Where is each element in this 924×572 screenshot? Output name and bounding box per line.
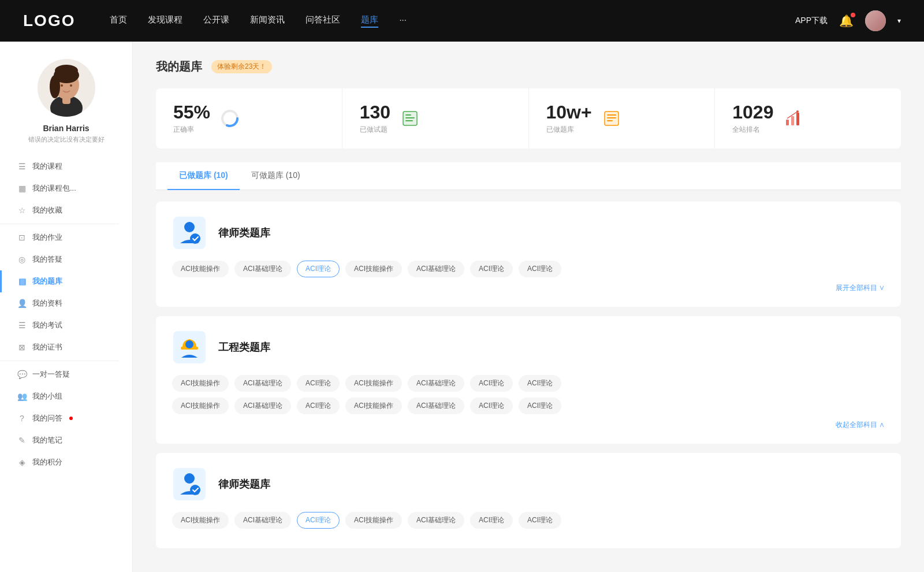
svg-point-32 — [184, 473, 195, 484]
favorites-icon: ☆ — [17, 206, 27, 215]
nav-home[interactable]: 首页 — [110, 14, 127, 28]
avatar[interactable] — [865, 10, 886, 31]
unread-dot — [69, 417, 73, 420]
sidebar-item-points[interactable]: ◈ 我的积分 — [0, 451, 132, 473]
lawyer-icon-2 — [172, 467, 207, 502]
sidebar-label: 一对一答疑 — [32, 369, 70, 380]
tag[interactable]: ACI基础理论 — [408, 375, 464, 392]
sidebar-item-notes[interactable]: ✎ 我的笔记 — [0, 429, 132, 451]
accuracy-icon — [219, 108, 240, 129]
svg-rect-31 — [173, 468, 206, 500]
sidebar-item-profile[interactable]: 👤 我的资料 — [0, 292, 132, 314]
sidebar-item-course-package[interactable]: ▦ 我的课程包... — [0, 177, 132, 199]
avatar-svg — [38, 59, 95, 117]
questions-done-value: 130 — [360, 102, 390, 122]
course-package-icon: ▦ — [17, 184, 27, 193]
tag[interactable]: ACI基础理论 — [408, 398, 464, 414]
sidebar-item-homework[interactable]: ⊡ 我的作业 — [0, 226, 132, 248]
nav-open[interactable]: 公开课 — [203, 14, 229, 28]
sidebar-motto: 错误的决定比没有决定要好 — [28, 135, 105, 144]
tag[interactable]: ACI理论 — [519, 375, 561, 392]
tab-available-banks[interactable]: 可做题库 (10) — [240, 162, 312, 190]
nav-courses[interactable]: 发现课程 — [148, 14, 182, 28]
tag-selected[interactable]: ACI理论 — [297, 261, 340, 277]
nav-news[interactable]: 新闻资讯 — [250, 14, 285, 28]
ranking-icon — [783, 108, 803, 129]
stat-ranking: 1029 全站排名 — [715, 88, 901, 148]
tag[interactable]: ACI基础理论 — [408, 512, 464, 529]
tag[interactable]: ACI技能操作 — [172, 512, 229, 529]
tag[interactable]: ACI理论 — [470, 375, 513, 392]
tag[interactable]: ACI基础理论 — [408, 261, 464, 277]
svg-point-6 — [55, 65, 78, 76]
sidebar: Brian Harris 错误的决定比没有决定要好 ☰ 我的课程 ▦ 我的课程包… — [0, 42, 133, 572]
stat-questions-done: 130 已做试题 — [342, 88, 529, 148]
homework-icon: ⊡ — [17, 233, 27, 242]
bell-dot — [851, 13, 855, 17]
tabs-row: 已做题库 (10) 可做题库 (10) — [156, 162, 901, 190]
sidebar-item-tutoring[interactable]: 💬 一对一答疑 — [0, 363, 132, 385]
sidebar-item-my-courses[interactable]: ☰ 我的课程 — [0, 155, 132, 177]
tag-selected[interactable]: ACI理论 — [297, 512, 340, 529]
tag[interactable]: ACI技能操作 — [345, 512, 402, 529]
sidebar-item-group[interactable]: 👥 我的小组 — [0, 385, 132, 407]
svg-rect-15 — [405, 120, 413, 121]
exam-icon: ☰ — [17, 321, 27, 330]
collapse-link[interactable]: 收起全部科目 ∧ — [172, 420, 885, 430]
tags-row-engineer-2: ACI技能操作 ACI基础理论 ACI理论 ACI技能操作 ACI基础理论 AC… — [172, 398, 885, 414]
tag[interactable]: ACI基础理论 — [234, 375, 291, 392]
app-download-button[interactable]: APP下载 — [795, 16, 828, 26]
tags-row-engineer-1: ACI技能操作 ACI基础理论 ACI理论 ACI技能操作 ACI基础理论 AC… — [172, 375, 885, 392]
sidebar-item-question-bank[interactable]: ▤ 我的题库 — [0, 270, 132, 292]
tag[interactable]: ACI理论 — [297, 375, 340, 392]
nav-qa[interactable]: 问答社区 — [305, 14, 340, 28]
tag[interactable]: ACI理论 — [470, 398, 513, 414]
sidebar-item-my-qa[interactable]: ? 我的问答 — [0, 407, 132, 429]
notification-bell[interactable]: 🔔 — [839, 14, 854, 28]
tutoring-icon: 💬 — [17, 370, 27, 379]
tag[interactable]: ACI理论 — [297, 398, 340, 414]
tag[interactable]: ACI技能操作 — [345, 398, 402, 414]
tag[interactable]: ACI基础理论 — [234, 261, 291, 277]
tag[interactable]: ACI理论 — [519, 261, 561, 277]
banks-done-value: 10w+ — [546, 102, 592, 122]
navbar-logo[interactable]: LOGO — [23, 12, 75, 30]
banks-done-label: 已做题库 — [546, 125, 592, 135]
engineer-icon — [172, 330, 207, 365]
sidebar-item-questions[interactable]: ◎ 我的答疑 — [0, 248, 132, 270]
svg-point-30 — [185, 340, 193, 348]
tag[interactable]: ACI理论 — [470, 261, 513, 277]
tag[interactable]: ACI基础理论 — [234, 398, 291, 414]
tag[interactable]: ACI理论 — [519, 512, 561, 529]
certificate-icon: ⊠ — [17, 343, 27, 352]
nav-more[interactable]: ··· — [399, 14, 407, 28]
page-header: 我的题库 体验剩余23天！ — [156, 59, 901, 75]
nav-question-bank[interactable]: 题库 — [361, 14, 378, 28]
bank-name-engineer: 工程类题库 — [218, 340, 270, 354]
tag[interactable]: ACI技能操作 — [172, 261, 229, 277]
tag[interactable]: ACI技能操作 — [345, 375, 402, 392]
tag[interactable]: ACI技能操作 — [172, 375, 229, 392]
sidebar-item-exam[interactable]: ☰ 我的考试 — [0, 314, 132, 336]
sidebar-label: 我的考试 — [32, 320, 62, 330]
profile-dropdown-arrow[interactable]: ▾ — [897, 17, 901, 25]
page-title: 我的题库 — [156, 59, 202, 75]
tag[interactable]: ACI理论 — [519, 398, 561, 414]
tag[interactable]: ACI技能操作 — [172, 398, 229, 414]
sidebar-divider-2 — [0, 361, 119, 361]
stat-accuracy: 55% 正确率 — [156, 88, 342, 148]
questions-done-icon — [400, 108, 420, 129]
banks-done-icon — [601, 108, 622, 129]
svg-rect-19 — [607, 117, 616, 118]
svg-rect-14 — [405, 117, 415, 118]
tab-done-banks[interactable]: 已做题库 (10) — [167, 162, 240, 190]
tag[interactable]: ACI基础理论 — [234, 512, 291, 529]
expand-link[interactable]: 展开全部科目 ∨ — [172, 283, 885, 293]
tag[interactable]: ACI技能操作 — [345, 261, 402, 277]
sidebar-item-favorites[interactable]: ☆ 我的收藏 — [0, 199, 132, 221]
sidebar-item-certificate[interactable]: ⊠ 我的证书 — [0, 336, 132, 358]
sidebar-label: 我的笔记 — [32, 435, 62, 445]
svg-point-8 — [70, 84, 72, 87]
ranking-value: 1029 — [732, 102, 773, 122]
tag[interactable]: ACI理论 — [470, 512, 513, 529]
